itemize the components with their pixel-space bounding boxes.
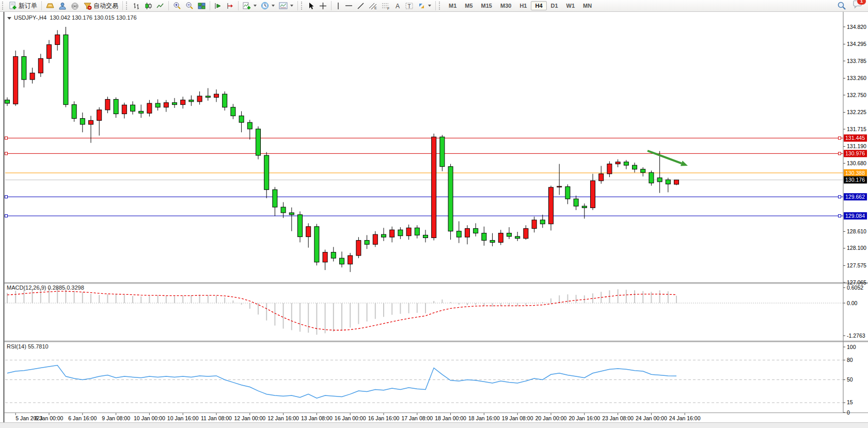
timeframe-button-m30[interactable]: M30 (496, 1, 515, 10)
text-icon: A (394, 2, 401, 10)
svg-text:130.976: 130.976 (845, 150, 865, 156)
toolbar-separator (297, 1, 298, 10)
bar-chart-icon (133, 2, 140, 10)
candlestick-button[interactable] (143, 1, 154, 11)
equidistant-channel-button[interactable]: E (367, 1, 380, 11)
cursor-button[interactable] (306, 1, 317, 11)
bar-chart-button[interactable] (131, 1, 143, 11)
new-order-button[interactable]: 新订单 (7, 1, 39, 11)
dropdown-arrow-icon (428, 5, 431, 7)
accounts-button[interactable] (56, 1, 69, 11)
svg-text:127.575: 127.575 (847, 262, 866, 268)
toolbar-grip (2, 2, 6, 10)
svg-text:20 Jan 00:00: 20 Jan 00:00 (535, 415, 567, 421)
price-axis[interactable]: 134.820134.295133.785133.260132.750132.2… (843, 24, 867, 286)
svg-text:12 Jan 16:00: 12 Jan 16:00 (267, 415, 299, 421)
svg-text:0.00: 0.00 (847, 300, 858, 306)
svg-text:129.662: 129.662 (845, 194, 865, 200)
timeframe-button-h1[interactable]: H1 (515, 1, 531, 10)
new-order-icon (9, 2, 17, 10)
dropdown-arrow-icon (272, 5, 275, 7)
arrows-button[interactable] (416, 1, 433, 11)
indicators-button[interactable] (241, 1, 259, 11)
svg-text:128.610: 128.610 (847, 228, 866, 234)
toolbar-separator (168, 1, 169, 10)
toolbar-grip (126, 2, 130, 10)
tile-windows-button[interactable] (196, 1, 208, 11)
svg-text:24 Jan 16:00: 24 Jan 16:00 (669, 415, 701, 421)
accounts-icon (58, 2, 67, 10)
chart-symbol-period: USDJPY-,H4 (14, 14, 46, 21)
text-button[interactable]: A (392, 1, 403, 11)
text-label-icon: T (405, 2, 414, 10)
toolbar-separator (122, 1, 123, 10)
svg-text:10 Jan 16:00: 10 Jan 16:00 (167, 415, 199, 421)
horizontal-line-button[interactable] (343, 1, 355, 11)
autotrade-icon (83, 2, 92, 10)
trendline-button[interactable] (355, 1, 367, 11)
fibonacci-button[interactable]: F (380, 1, 392, 11)
signals-button[interactable] (69, 1, 81, 11)
equidistant-channel-icon: E (369, 2, 377, 10)
signals-icon (71, 2, 79, 10)
dropdown-arrow-icon (254, 5, 257, 7)
indicators-icon (243, 2, 251, 10)
zoom-out-button[interactable] (183, 1, 196, 11)
svg-text:80: 80 (847, 357, 853, 363)
gold-badge-button[interactable] (44, 1, 56, 11)
horizontal-line-icon (345, 3, 353, 8)
text-label-button[interactable]: T (403, 1, 416, 11)
svg-text:17 Jan 08:00: 17 Jan 08:00 (401, 415, 433, 421)
svg-text:15: 15 (847, 399, 853, 405)
toolbar-separator (331, 1, 332, 10)
search-button[interactable] (835, 1, 848, 11)
chart-collapse-icon[interactable] (7, 17, 11, 20)
autotrade-button[interactable]: 自动交易 (81, 1, 120, 11)
chart-shift-button[interactable] (224, 1, 236, 11)
svg-text:18 Jan 16:00: 18 Jan 16:00 (468, 415, 500, 421)
timeframe-button-m5[interactable]: M5 (461, 1, 477, 10)
svg-text:20 Jan 16:00: 20 Jan 16:00 (569, 415, 600, 421)
vertical-line-button[interactable] (334, 1, 343, 11)
svg-text:E: E (374, 6, 377, 10)
svg-text:18 Jan 00:00: 18 Jan 00:00 (435, 415, 466, 421)
svg-text:133.785: 133.785 (847, 58, 866, 64)
svg-text:131.445: 131.445 (845, 135, 865, 141)
svg-text:11 Jan 08:00: 11 Jan 08:00 (201, 415, 232, 421)
line-chart-button[interactable] (154, 1, 166, 11)
chart-canvas[interactable]: 134.820134.295133.785133.260132.750132.2… (0, 0, 868, 428)
svg-text:23 Jan 08:00: 23 Jan 08:00 (602, 415, 634, 421)
svg-text:128.100: 128.100 (847, 245, 866, 251)
timeframe-button-h4[interactable]: H4 (531, 1, 546, 10)
zoom-in-button[interactable] (171, 1, 183, 11)
svg-text:19 Jan 08:00: 19 Jan 08:00 (502, 415, 533, 421)
arrows-icon (418, 2, 425, 10)
tile-windows-icon (198, 2, 206, 10)
crosshair-button[interactable] (317, 1, 329, 11)
periods-button[interactable] (259, 1, 277, 11)
svg-text:16 Jan 16:00: 16 Jan 16:00 (368, 415, 400, 421)
toolbar-separator (41, 1, 42, 10)
svg-text:9 Jan 08:00: 9 Jan 08:00 (102, 415, 130, 421)
svg-text:0: 0 (847, 409, 850, 416)
svg-text:T: T (408, 3, 411, 9)
timeframe-button-m1[interactable]: M1 (445, 1, 461, 10)
timeframe-button-mn[interactable]: MN (579, 1, 596, 10)
zoom-in-icon (173, 2, 181, 10)
crosshair-icon (319, 2, 327, 10)
timeframe-button-d1[interactable]: D1 (547, 1, 562, 10)
timeframe-button-w1[interactable]: W1 (562, 1, 579, 10)
chart-title: USDJPY-,H4 130.042 130.176 130.015 130.1… (7, 14, 137, 21)
chart-ohlc-values: 130.042 130.176 130.015 130.176 (50, 14, 136, 21)
svg-text:0.6052: 0.6052 (847, 284, 863, 291)
svg-text:50: 50 (847, 376, 853, 383)
templates-button[interactable] (277, 1, 295, 11)
gold-badge-icon (46, 2, 54, 9)
timeframe-button-m15[interactable]: M15 (477, 1, 496, 10)
chat-button[interactable]: 1 (853, 0, 863, 11)
macd-indicator-label: MACD(12,26,9) 0.2885 0.3298 (7, 284, 84, 291)
clock-icon (261, 2, 269, 10)
auto-scroll-button[interactable] (212, 1, 224, 11)
svg-text:132.225: 132.225 (847, 109, 866, 115)
rsi-indicator-label: RSI(14) 55.7810 (7, 343, 49, 350)
